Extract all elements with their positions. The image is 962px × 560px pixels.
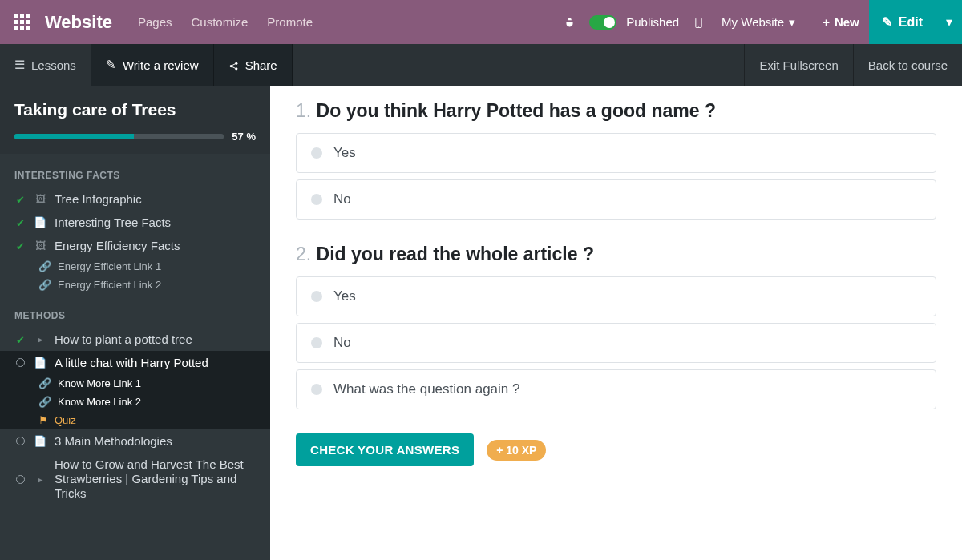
lesson-item[interactable]: ✔ 🖼 Energy Efficiency Facts (0, 234, 270, 257)
exit-fullscreen-button[interactable]: Exit Fullscreen (744, 44, 852, 86)
link-icon: 🔗 (38, 396, 51, 408)
lesson-label: Tree Infographic (55, 192, 256, 206)
top-nav: Pages Customize Promote (138, 15, 313, 29)
play-icon: ▸ (34, 473, 46, 485)
lesson-label: How to Grow and Harvest The Best Strawbe… (55, 457, 256, 501)
image-icon: 🖼 (34, 193, 46, 205)
answer-label: Yes (333, 288, 356, 304)
link-icon: 🔗 (38, 377, 51, 389)
brand[interactable]: Website (45, 12, 112, 33)
circle-icon (14, 356, 26, 369)
link-icon: 🔗 (38, 260, 51, 272)
plus-icon: + (823, 15, 830, 29)
answer-label: No (333, 335, 351, 351)
published-toggle[interactable] (589, 15, 616, 30)
apps-icon[interactable] (14, 14, 30, 30)
topbar-left: Website Pages Customize Promote (0, 12, 313, 33)
lesson-sublink[interactable]: 🔗 Know More Link 1 (0, 374, 270, 393)
sublink-label: Know More Link 2 (58, 396, 141, 408)
radio-icon (311, 337, 322, 348)
radio-icon (311, 194, 322, 205)
bug-icon[interactable] (564, 15, 575, 30)
progress-pct: 57 % (232, 131, 256, 143)
question-title: 1. Do you think Harry Potted has a good … (296, 100, 936, 122)
secondbar: ☰ Lessons ✎ Write a review Share Exit Fu… (0, 44, 962, 86)
review-button[interactable]: ✎ Write a review (91, 44, 214, 86)
lesson-item[interactable]: 📄 3 Main Methodologies (0, 429, 270, 453)
question-block: 1. Do you think Harry Potted has a good … (296, 100, 936, 220)
edit-dropdown[interactable]: ▾ (936, 0, 962, 44)
lesson-label: A little chat with Harry Potted (55, 356, 256, 369)
lesson-item[interactable]: ▸ How to Grow and Harvest The Best Straw… (0, 453, 270, 506)
question-number: 1. (296, 100, 311, 121)
sidebar: Taking care of Trees 57 % INTERESTING FA… (0, 86, 270, 560)
lesson-quiz[interactable]: ⚑ Quiz (0, 411, 270, 429)
check-icon: ✔ (14, 239, 26, 252)
radio-icon (311, 291, 322, 302)
check-icon: ✔ (14, 192, 26, 206)
lesson-label: Interesting Tree Facts (55, 216, 256, 229)
share-button[interactable]: Share (214, 44, 293, 86)
answer-option[interactable]: No (296, 323, 936, 363)
circle-icon (14, 473, 26, 486)
progress-fill (14, 134, 134, 139)
topbar: Website Pages Customize Promote Publishe… (0, 0, 962, 44)
pencil-icon: ✎ (106, 58, 116, 72)
topbar-right: Published My Website ▾ + New ✎ Edit ▾ (564, 0, 962, 44)
circle-icon (14, 434, 26, 448)
flag-icon: ⚑ (38, 414, 48, 426)
chevron-down-icon: ▾ (789, 15, 795, 30)
secondbar-right: Exit Fullscreen Back to course (744, 44, 962, 86)
hamburger-icon: ☰ (14, 58, 25, 72)
svg-point-1 (698, 26, 699, 26)
nav-promote[interactable]: Promote (267, 15, 313, 29)
radio-icon (311, 147, 322, 159)
lesson-item-active[interactable]: 📄 A little chat with Harry Potted (0, 351, 270, 374)
lessons-label: Lessons (31, 58, 76, 72)
course-title: Taking care of Trees (14, 100, 256, 119)
nav-customize[interactable]: Customize (192, 15, 249, 29)
edit-button[interactable]: ✎ Edit (869, 0, 936, 44)
sublink-label: Energy Efficient Link 1 (58, 260, 161, 272)
lesson-item[interactable]: ✔ 📄 Interesting Tree Facts (0, 211, 270, 234)
quiz-actions: CHECK YOUR ANSWERS + 10 XP (296, 433, 936, 466)
check-icon: ✔ (14, 216, 26, 229)
new-button[interactable]: + New (813, 15, 869, 29)
radio-icon (311, 384, 322, 395)
lessons-button[interactable]: ☰ Lessons (0, 44, 91, 86)
question-number: 2. (296, 244, 311, 264)
link-icon: 🔗 (38, 279, 51, 291)
lesson-item[interactable]: ✔ 🖼 Tree Infographic (0, 187, 270, 211)
lesson-sublink[interactable]: 🔗 Energy Efficient Link 1 (0, 257, 270, 276)
lesson-sublink[interactable]: 🔗 Energy Efficient Link 2 (0, 276, 270, 294)
mobile-icon[interactable] (693, 15, 704, 30)
lesson-label: 3 Main Methodologies (55, 434, 256, 448)
edit-label: Edit (899, 15, 923, 30)
doc-icon: 📄 (34, 216, 46, 228)
section-facts-label: INTERESTING FACTS (0, 154, 270, 187)
play-icon: ▸ (34, 333, 46, 345)
answer-option[interactable]: What was the question again ? (296, 369, 936, 409)
answer-option[interactable]: Yes (296, 133, 936, 173)
lesson-item[interactable]: ✔ ▸ How to plant a potted tree (0, 328, 270, 351)
share-icon (228, 58, 239, 72)
question-text: Do you think Harry Potted has a good nam… (317, 100, 716, 121)
lesson-label: How to plant a potted tree (55, 332, 256, 346)
published-label: Published (626, 15, 679, 29)
question-block: 2. Did you read the whole article ? Yes … (296, 244, 936, 409)
quiz-label: Quiz (55, 414, 76, 426)
svg-point-4 (235, 67, 237, 70)
back-to-course-button[interactable]: Back to course (853, 44, 962, 86)
sublink-label: Energy Efficient Link 2 (58, 279, 161, 291)
check-icon: ✔ (14, 332, 26, 346)
main: Taking care of Trees 57 % INTERESTING FA… (0, 86, 962, 560)
answer-option[interactable]: No (296, 179, 936, 220)
nav-pages[interactable]: Pages (138, 15, 172, 29)
check-answers-button[interactable]: CHECK YOUR ANSWERS (296, 433, 474, 466)
progress-bar (14, 134, 224, 139)
share-label: Share (245, 58, 277, 72)
website-dropdown[interactable]: My Website ▾ (722, 15, 795, 30)
answer-option[interactable]: Yes (296, 276, 936, 316)
xp-badge: + 10 XP (487, 440, 546, 461)
lesson-sublink[interactable]: 🔗 Know More Link 2 (0, 393, 270, 411)
